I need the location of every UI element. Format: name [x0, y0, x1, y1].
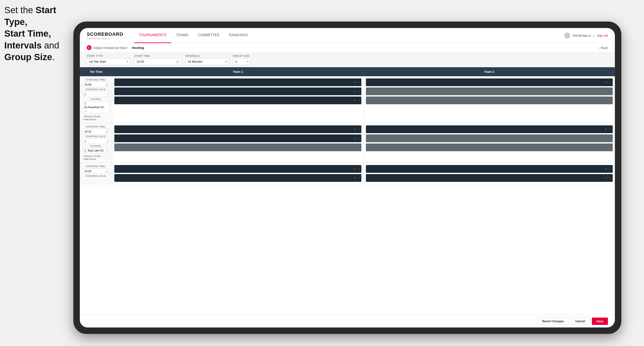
starting-hole-label-2: STARTING HOLE:	[82, 135, 110, 138]
tab-rankings[interactable]: RANKINGS	[224, 28, 253, 43]
clock-icon-3: 🕐	[105, 170, 108, 173]
course-tag-icon-2: 🏌	[84, 149, 87, 152]
player-remove[interactable]: ✕	[354, 137, 356, 140]
player-row: ✕ ⋯	[114, 78, 361, 86]
tee-info-1: STARTING TIME: 🕐 STARTING HOLE: 1 COURSE…	[80, 76, 112, 123]
hole-select-input-1[interactable]: 1	[82, 92, 110, 97]
empty-player-row	[114, 144, 361, 151]
reset-changes-button[interactable]: Reset Changes	[538, 318, 568, 325]
annotation-text: Set the Start Type,Start Time,Intervals …	[4, 4, 73, 63]
player-options[interactable]: ⋯	[608, 168, 611, 171]
starting-time-label-1: STARTING TIME:	[82, 78, 110, 81]
player-remove[interactable]: ✕	[354, 176, 356, 179]
group-size-select[interactable]: 3 2 4	[233, 58, 250, 65]
start-time-input[interactable]	[134, 58, 181, 65]
player-remove[interactable]: ✕	[354, 90, 356, 93]
starting-hole-label-3: STARTING HOLE:	[82, 175, 110, 177]
course-remove-2[interactable]: ✕	[106, 149, 108, 152]
sign-out-link[interactable]: Sign out	[597, 34, 608, 37]
add-group-btn-1[interactable]: + Add Group	[82, 118, 110, 121]
empty-player-row	[366, 97, 613, 104]
clock-icon: 🕐	[176, 60, 179, 63]
player-options[interactable]: ⋯	[357, 99, 360, 102]
save-button[interactable]: Save	[592, 318, 608, 325]
start-type-group: Start Type 1st Tee Start Shotgun Start	[87, 54, 130, 65]
player-row: ✕ ⋯	[366, 174, 613, 182]
player-options[interactable]: ⋯	[357, 176, 360, 179]
empty-player-row	[366, 87, 613, 95]
remove-group-btn-1[interactable]: ○ Remove Group	[82, 115, 110, 118]
group-actions-2: ○ Remove Group + Add Group	[82, 155, 110, 160]
team1-col-3: ✕ ⋯ ✕ ⋯	[112, 163, 364, 184]
hole-select-input-2[interactable]: 1	[82, 139, 110, 144]
starting-time-value-1: 🕐	[82, 82, 110, 87]
player-remove[interactable]: ✕	[354, 168, 356, 171]
group-row-1: STARTING TIME: 🕐 STARTING HOLE: 1 COURSE…	[80, 76, 615, 123]
starting-time-label-2: STARTING TIME:	[82, 125, 110, 128]
player-remove[interactable]: ✕	[605, 128, 607, 131]
course-name-2: East Lake GC	[88, 149, 104, 152]
start-time-input-wrapper: 🕐	[134, 58, 181, 65]
main-content[interactable]: Tee Time Team 1 Team 2 STARTING TIME: 🕐 …	[80, 67, 615, 315]
page-footer: Reset Changes Cancel Save	[80, 315, 615, 328]
intervals-select[interactable]: 10 Minutes 8 Minutes 12 Minutes	[185, 58, 228, 65]
starting-time-value-2: 🕐	[82, 129, 110, 134]
player-row: ✕ ⋯	[366, 78, 613, 86]
player-row: ✕ ⋯	[366, 125, 613, 133]
tablet-frame: SCOREBOARD Powered by clipp.io TOURNAMEN…	[73, 21, 621, 334]
player-row: ✕ ⋯	[366, 165, 613, 173]
breadcrumb-section: Hosting	[132, 46, 144, 49]
player-row: ✕ ⋯	[114, 135, 361, 142]
back-button[interactable]: Back	[599, 46, 608, 49]
course-remove-1[interactable]: ✕	[85, 110, 87, 112]
course-tag-1: 🏌 (A) Peachtree GC ✕	[82, 101, 110, 113]
starting-time-value-3: 🕐	[82, 169, 110, 174]
player-options[interactable]: ⋯	[357, 90, 360, 93]
start-type-select[interactable]: 1st Tee Start Shotgun Start	[87, 58, 130, 65]
course-tag-2: 🏌 East Lake GC ✕	[82, 148, 110, 153]
clipp-icon: C	[87, 45, 92, 50]
player-remove[interactable]: ✕	[354, 99, 356, 102]
group-size-select-wrapper: 3 2 4	[233, 58, 250, 65]
group-row-2: STARTING TIME: 🕐 STARTING HOLE: 1 COURSE…	[80, 123, 615, 163]
player-row: ✕ ⋯	[114, 165, 361, 173]
group-size-group: Group Size 3 2 4	[233, 54, 250, 65]
player-remove[interactable]: ✕	[605, 168, 607, 171]
player-remove[interactable]: ✕	[605, 176, 607, 179]
remove-group-btn-2[interactable]: ○ Remove Group	[82, 155, 110, 157]
add-group-btn-2[interactable]: + Add Group	[82, 158, 110, 160]
player-options[interactable]: ⋯	[608, 81, 611, 84]
player-options[interactable]: ⋯	[608, 128, 611, 131]
controls-bar: Start Type 1st Tee Start Shotgun Start S…	[80, 52, 615, 67]
starting-time-label-3: STARTING TIME:	[82, 165, 110, 168]
team2-col-3: ✕ ⋯ ✕ ⋯	[364, 163, 615, 184]
player-options[interactable]: ⋯	[357, 81, 360, 84]
nav-bar: SCOREBOARD Powered by clipp.io TOURNAMEN…	[80, 28, 615, 43]
intervals-select-wrapper: 10 Minutes 8 Minutes 12 Minutes	[185, 58, 228, 65]
tab-teams[interactable]: TEAMS	[171, 28, 193, 43]
tee-info-3: STARTING TIME: 🕐 STARTING HOLE:	[80, 163, 112, 184]
player-row: ✕ ⋯	[114, 97, 361, 104]
empty-player-row	[366, 144, 613, 151]
player-remove[interactable]: ✕	[354, 81, 356, 84]
player-remove[interactable]: ✕	[605, 81, 607, 84]
course-label-2: COURSE:	[82, 145, 110, 147]
teams-area-2: ✕ ⋯ ✕ ⋯ ✕ ⋯	[112, 123, 615, 163]
player-remove[interactable]: ✕	[354, 128, 356, 131]
tab-committee[interactable]: COMMITTEE	[193, 28, 224, 43]
team1-col-2: ✕ ⋯ ✕ ⋯	[112, 123, 364, 163]
col-team1: Team 1	[112, 67, 364, 76]
tee-info-2: STARTING TIME: 🕐 STARTING HOLE: 1 COURSE…	[80, 123, 112, 163]
player-row: ✕ ⋯	[114, 125, 361, 133]
start-time-group: Start Time 🕐	[134, 54, 181, 65]
clock-icon-2: 🕐	[105, 130, 108, 133]
cancel-button[interactable]: Cancel	[571, 318, 590, 325]
player-options[interactable]: ⋯	[357, 128, 360, 131]
tab-tournaments[interactable]: TOURNAMENTS	[134, 28, 171, 43]
avatar	[564, 32, 570, 38]
col-tee-time: Tee Time	[80, 67, 112, 76]
player-options[interactable]: ⋯	[357, 168, 360, 171]
player-options[interactable]: ⋯	[608, 176, 611, 179]
intervals-label: Intervals	[185, 54, 228, 57]
player-options[interactable]: ⋯	[357, 137, 360, 140]
